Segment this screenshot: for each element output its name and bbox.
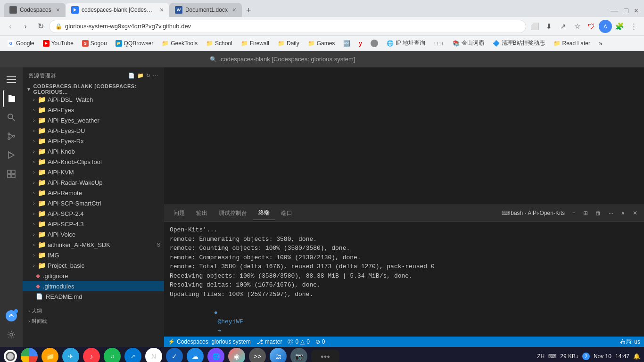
taskbar-lang[interactable]: ZH bbox=[537, 353, 545, 360]
activity-source-control[interactable] bbox=[3, 128, 20, 145]
tree-item-aiknob-clips[interactable]: › 📁 AiPi-Knob-ClipsTool bbox=[23, 156, 164, 167]
bookmarks-more[interactable]: » bbox=[595, 38, 606, 49]
new-file-icon[interactable]: 📄 bbox=[128, 73, 135, 79]
taskbar-system[interactable] bbox=[4, 350, 17, 362]
taskbar-cloud[interactable]: ☁ bbox=[187, 348, 204, 362]
activity-debug[interactable] bbox=[3, 147, 20, 164]
tree-item-project[interactable]: › 📁 Project_basic bbox=[23, 260, 164, 271]
outline-section[interactable]: › 大纲 bbox=[23, 305, 164, 316]
refresh-button[interactable]: ↻ bbox=[34, 20, 47, 33]
tree-item-gitignore[interactable]: ◆ .gitignore bbox=[23, 271, 164, 281]
taskbar-notion[interactable]: N bbox=[145, 348, 162, 362]
bookmark-ip[interactable]: 🌐 IP 地址查询 bbox=[383, 38, 429, 49]
bookmark-icon[interactable]: ☆ bbox=[570, 20, 584, 33]
taskbar-multicolor[interactable]: ◉ bbox=[228, 348, 245, 362]
tree-item-aivoice[interactable]: › 📁 AiPi-Voice bbox=[23, 229, 164, 239]
share-icon[interactable]: ↗ bbox=[556, 20, 570, 33]
tree-item-aieyes-weather[interactable]: › 📁 AiPi-Eyes_weather bbox=[23, 115, 164, 125]
taskbar-notification[interactable]: 🔔 bbox=[633, 353, 640, 360]
terminal-plus[interactable]: + bbox=[570, 209, 578, 217]
status-branch[interactable]: ⎇ master bbox=[256, 338, 282, 345]
bookmark-school[interactable]: 📁 School bbox=[202, 39, 236, 48]
taskbar-music[interactable]: ♪ bbox=[83, 348, 100, 362]
taskbar-app6[interactable]: ↗ bbox=[124, 348, 141, 362]
bookmark-daily[interactable]: 📁 Daily bbox=[274, 39, 303, 48]
bookmark-geektools[interactable]: 📁 GeekTools bbox=[158, 39, 201, 48]
terminal-trash[interactable]: 🗑 bbox=[593, 209, 604, 217]
minimize-button[interactable]: — bbox=[609, 5, 620, 17]
tree-item-aiknob[interactable]: › 📁 AiPi-Knob bbox=[23, 146, 164, 156]
new-tab-button[interactable]: + bbox=[242, 4, 255, 17]
taskbar-screenshot[interactable]: 📷 bbox=[290, 348, 307, 362]
tree-item-aieyes-rx[interactable]: › 📁 AiPi-Eyes-Rx bbox=[23, 136, 164, 146]
refresh-icon[interactable]: ↻ bbox=[146, 73, 151, 79]
menu-icon[interactable]: ⋮ bbox=[627, 20, 640, 33]
activity-search[interactable] bbox=[3, 109, 20, 126]
bookmark-qqbrowser[interactable]: 📁 QQBrowser bbox=[112, 39, 157, 48]
tab-problems[interactable]: 问题 bbox=[168, 206, 190, 220]
status-errors[interactable]: ⓪ 0 △ 0 bbox=[288, 338, 309, 346]
bookmark-sogou[interactable]: S Sogou bbox=[78, 39, 111, 48]
bookmark-bing[interactable]: 🔤 bbox=[339, 39, 354, 48]
bookmark-clean[interactable]: 🔷 清理B站掉奖动态 bbox=[489, 38, 549, 49]
taskbar-files[interactable]: 📁 bbox=[41, 348, 58, 362]
bookmark-games[interactable]: 📁 Games bbox=[304, 39, 339, 48]
forward-button[interactable]: › bbox=[19, 20, 32, 33]
tab-output[interactable]: 输出 bbox=[190, 206, 213, 220]
tree-item-aiscp-24[interactable]: › 📁 AiPi-SCP-2.4 bbox=[23, 208, 164, 219]
tab-vscode[interactable]: codespaces-blank [Codespaces... × bbox=[66, 3, 169, 17]
bookmark-youtube[interactable]: ▶ YouTube bbox=[39, 39, 77, 48]
editor-content[interactable] bbox=[164, 67, 644, 205]
terminal-chevron-up[interactable]: ∧ bbox=[618, 209, 628, 217]
download-icon[interactable]: ⬇ bbox=[542, 20, 555, 33]
cast-icon[interactable]: ⬜ bbox=[528, 20, 541, 33]
activity-explorer[interactable] bbox=[3, 90, 20, 107]
tab-ports[interactable]: 端口 bbox=[275, 206, 298, 220]
bookmark-y[interactable]: y bbox=[355, 39, 366, 48]
activity-menu[interactable] bbox=[3, 71, 20, 88]
status-remote[interactable]: ⚡ Codespaces: glorious system bbox=[168, 338, 251, 345]
tree-item-readme[interactable]: 📄 README.md bbox=[23, 291, 164, 302]
taskbar-forward[interactable]: >> bbox=[249, 348, 266, 362]
activity-settings[interactable] bbox=[3, 326, 20, 343]
tree-item-aiscp-43[interactable]: › 📁 AiPi-SCP-4.3 bbox=[23, 219, 164, 229]
taskbar-network[interactable]: 29 KB↓ bbox=[560, 353, 578, 360]
tab-codespaces-close[interactable]: × bbox=[56, 6, 60, 14]
taskbar-finder[interactable]: 🗂 bbox=[270, 348, 287, 362]
tree-item-airadar[interactable]: › 📁 AiPi-Radar-WakeUp bbox=[23, 177, 164, 188]
bookmark-firewall[interactable]: 📁 Firewall bbox=[237, 39, 273, 48]
bookmark-jinshan[interactable]: 📚 金山词霸 bbox=[449, 38, 488, 49]
activity-remote[interactable] bbox=[3, 307, 20, 324]
explorer-root[interactable]: ▼ CODESPACES-BLANK [CODESPACES: GLORIOUS… bbox=[23, 84, 164, 94]
tree-item-gitmodules[interactable]: ◆ .gitmodules bbox=[23, 281, 164, 291]
tab-vscode-close[interactable]: × bbox=[160, 6, 164, 14]
tree-item-aiscp-smart[interactable]: › 📁 AiPi-SCP-SmartCtrl bbox=[23, 198, 164, 208]
taskbar-globe[interactable]: 🌐 bbox=[207, 348, 224, 362]
maximize-button[interactable]: □ bbox=[622, 5, 630, 17]
tree-item-img[interactable]: › 📁 IMG bbox=[23, 250, 164, 260]
new-folder-icon[interactable]: 📁 bbox=[137, 73, 144, 79]
profile-icon[interactable]: A bbox=[599, 20, 612, 33]
taskbar-keyboard[interactable]: ⌨ bbox=[548, 353, 556, 360]
bookmark-arrows[interactable]: ↑↑↑↑ bbox=[430, 39, 448, 48]
tree-item-aidsl[interactable]: › 📁 AiPi-DSL_Watch bbox=[23, 94, 164, 105]
terminal-split[interactable]: ⊞ bbox=[580, 209, 591, 217]
bookmark-avatar[interactable] bbox=[367, 38, 382, 49]
tree-item-aieyes[interactable]: › 📁 AiPi-Eyes bbox=[23, 105, 164, 115]
terminal-close[interactable]: ✕ bbox=[630, 209, 640, 217]
tree-item-aieyes-du[interactable]: › 📁 AiPi-Eyes-DU bbox=[23, 125, 164, 136]
tree-item-aithinker[interactable]: › 📁 aithinker_Ai-M6X_SDK S bbox=[23, 239, 164, 250]
back-button[interactable]: ‹ bbox=[4, 20, 17, 33]
tree-item-aikvm[interactable]: › 📁 AiPi-KVM bbox=[23, 167, 164, 177]
bookmark-google[interactable]: G Google bbox=[4, 39, 38, 48]
address-bar[interactable]: 🔒 glorious-system-wg9xgv4qrr92vg7v.githu… bbox=[49, 20, 526, 33]
tab-terminal[interactable]: 终端 bbox=[253, 206, 275, 220]
terminal-content[interactable]: Open-Kits'... remote: Enumerating object… bbox=[164, 222, 644, 337]
taskbar-spotify[interactable]: ♫ bbox=[104, 348, 121, 362]
status-info[interactable]: ⊘ 0 bbox=[315, 338, 325, 345]
taskbar-telegram[interactable]: ✈ bbox=[62, 348, 79, 362]
extensions-icon[interactable]: 🧩 bbox=[613, 20, 626, 33]
shield-icon[interactable]: 🛡 bbox=[585, 20, 598, 33]
timeline-section[interactable]: › 时间线 bbox=[23, 316, 164, 326]
tab-word[interactable]: W Document1.docx × bbox=[169, 3, 242, 17]
